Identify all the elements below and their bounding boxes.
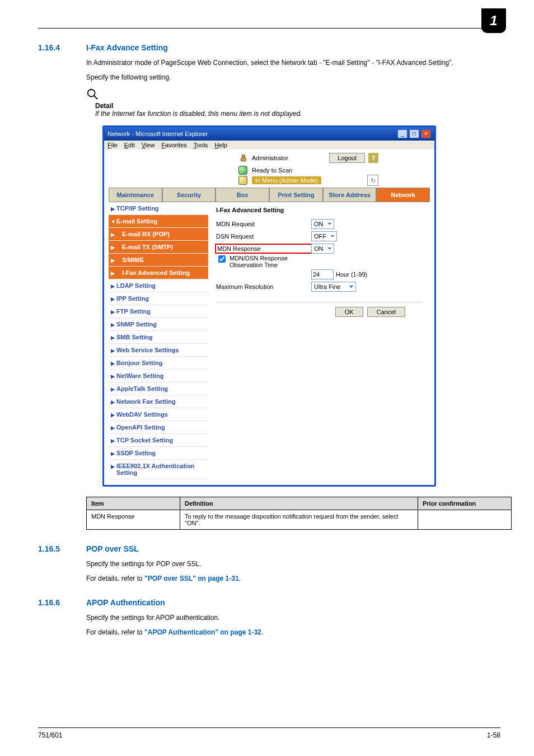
td-prior [418,510,512,530]
dsn-request-select[interactable]: OFF [311,231,337,241]
svg-point-0 [88,90,95,97]
sidebar-item-email[interactable]: ▼E-mail Setting [109,215,208,228]
sidebar-item-snmp[interactable]: ▶SNMP Setting [109,318,208,331]
s3-pre: For details, refer to [86,628,144,636]
sidebar-label: E-mail Setting [116,218,157,225]
tab-store[interactable]: Store Address [323,188,377,202]
sidebar-label: Web Service Settings [116,347,179,353]
s2-line1: Specify the settings for POP over SSL. [86,559,500,569]
sidebar-label: LDAP Setting [116,282,156,289]
sidebar-label: E-mail TX (SMTP) [122,244,173,250]
menu-edit[interactable]: Edit [124,142,135,148]
svg-line-1 [94,96,97,99]
sidebar-item-netware[interactable]: ▶NetWare Setting [109,370,208,382]
tab-network[interactable]: Network [376,188,430,202]
definition-table: Item Definition Prior confirmation MDN R… [86,497,512,530]
sidebar-item-ifax[interactable]: ▶I-Fax Advanced Setting [109,267,208,279]
cancel-button[interactable]: Cancel [367,307,405,317]
th-item: Item [87,497,180,510]
tab-print[interactable]: Print Setting [269,188,323,202]
obs-time-input[interactable] [311,269,334,279]
hour-range-label: Hour (1-99) [336,271,367,278]
status-mode-text: In Menu (Admin Mode) [252,176,321,184]
content-heading: I-Fax Advanced Setting [216,207,422,213]
menu-view[interactable]: View [142,142,155,148]
sidebar-item-ipp[interactable]: ▶IPP Setting [109,292,208,305]
obs-time-checkbox[interactable] [218,255,226,263]
max-res-select[interactable]: Ultra Fine [311,282,356,292]
sidebar-label: FTP Setting [116,308,151,315]
sidebar-item-ssdp[interactable]: ▶SSDP Setting [109,447,208,460]
menubar: File Edit View Favorites Tools Help [104,141,434,150]
tab-box[interactable]: Box [216,188,269,202]
ok-button[interactable]: OK [335,307,363,317]
s2-pre: For details, refer to [86,575,144,582]
menu-help[interactable]: Help [214,142,227,148]
menu-file[interactable]: File [107,142,118,148]
sidebar-item-openapi[interactable]: ▶OpenAPI Setting [109,421,208,434]
section-title: POP over SSL [86,544,139,553]
menu-tools[interactable]: Tools [194,142,208,148]
sidebar-label: IEEE802.1X Authentication Setting [116,463,195,476]
logout-button[interactable]: Logout [329,153,365,163]
sidebar-item-webdav[interactable]: ▶WebDAV Settings [109,408,208,421]
sidebar-item-netfax[interactable]: ▶Network Fax Setting [109,395,208,408]
detail-text: If the Internet fax function is disabled… [95,110,500,118]
detail-label: Detail [95,102,500,110]
sidebar-label: SMB Setting [116,334,153,340]
sidebar-label: Network Fax Setting [116,398,176,405]
td-item: MDN Response [87,510,180,530]
svg-point-2 [242,155,245,158]
sidebar-item-ldap[interactable]: ▶LDAP Setting [109,279,208,292]
sidebar-item-tcpsocket[interactable]: ▶TCP Socket Setting [109,434,208,447]
tab-security[interactable]: Security [162,188,216,202]
section-number: 1.16.5 [38,544,69,553]
section-heading-2: 1.16.5 POP over SSL [38,544,500,553]
maximize-icon[interactable]: □ [409,129,419,138]
th-definition: Definition [180,497,418,510]
sidebar-label: TCP Socket Setting [116,437,173,444]
tab-maintenance[interactable]: Maintenance [109,188,162,202]
help-icon[interactable]: ? [368,153,378,163]
close-icon[interactable]: × [421,129,431,138]
sidebar-item-smime[interactable]: ▶S/MIME [109,254,208,267]
sidebar-label: Bonjour Setting [116,360,163,366]
max-res-label: Maximum Resolution [216,283,311,290]
sidebar-label: NetWare Setting [116,372,164,379]
sidebar-item-email-tx[interactable]: ▶E-mail TX (SMTP) [109,241,208,254]
mdn-response-select[interactable]: ON [311,244,334,254]
window-titlebar: Network - Microsoft Internet Explorer _ … [104,127,434,141]
sidebar-label: S/MIME [122,256,144,263]
menu-favorites[interactable]: Favorites [161,142,186,148]
footer-right: 1-58 [487,731,500,739]
admin-icon [238,153,249,162]
sidebar-item-ftp[interactable]: ▶FTP Setting [109,305,208,318]
sidebar-label: OpenAPI Setting [116,424,165,431]
sidebar-label: TCP/IP Setting [116,205,159,212]
s3-post: . [261,628,263,636]
sidebar-label: AppleTalk Setting [116,385,168,392]
sidebar-item-ieee[interactable]: ▶IEEE802.1X Authentication Setting [109,460,208,479]
sidebar-item-appletalk[interactable]: ▶AppleTalk Setting [109,382,208,395]
s3-line2: For details, refer to "APOP Authenticati… [86,627,500,637]
minimize-icon[interactable]: _ [397,129,407,138]
section-heading-3: 1.16.6 APOP Authentication [38,598,500,607]
mdn-request-select[interactable]: ON [311,219,334,229]
pop-over-ssl-link[interactable]: "POP over SSL" on page 1-31 [144,575,239,582]
sidebar-label: WebDAV Settings [116,411,168,418]
sidebar-item-webservice[interactable]: ▶Web Service Settings [109,344,208,357]
specify-text: Specify the following setting. [86,72,500,82]
td-definition: To reply to the message disposition noti… [180,510,418,530]
apop-auth-link[interactable]: "APOP Authentication" on page 1-32 [144,628,261,636]
tab-bar: Maintenance Security Box Print Setting S… [109,188,430,202]
obs-time-label: MDN/DSN Response Observation Time [229,255,311,268]
sidebar-item-smb[interactable]: ▶SMB Setting [109,331,208,344]
header-rule: 1 [38,28,500,29]
sidebar-label: SNMP Setting [116,321,157,328]
sidebar: ▶TCP/IP Setting ▼E-mail Setting ▶E-mail … [109,202,208,479]
sidebar-item-bonjour[interactable]: ▶Bonjour Setting [109,357,208,370]
sidebar-item-email-rx[interactable]: ▶E-mail RX (POP) [109,228,208,241]
mdn-response-label: MDN Response [216,245,311,253]
reload-icon[interactable]: ↻ [367,175,378,186]
sidebar-item-tcpip[interactable]: ▶TCP/IP Setting [109,202,208,215]
